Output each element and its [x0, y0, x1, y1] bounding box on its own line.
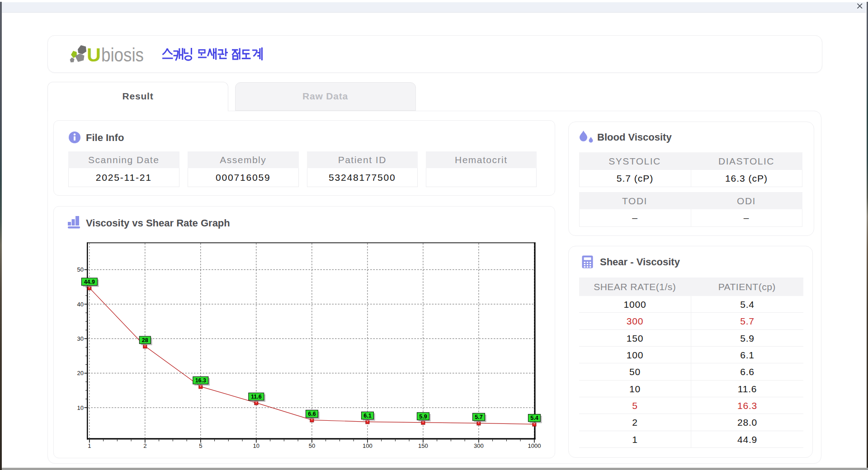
svg-text:28: 28	[142, 337, 148, 343]
svg-text:20: 20	[77, 370, 84, 376]
svg-text:50: 50	[309, 442, 315, 449]
svg-text:6.6: 6.6	[308, 411, 316, 417]
svg-text:6.1: 6.1	[363, 413, 371, 419]
svg-text:10: 10	[253, 442, 259, 449]
svg-text:2: 2	[143, 442, 146, 449]
svg-text:5: 5	[199, 442, 202, 449]
svg-text:5.9: 5.9	[419, 414, 427, 420]
svg-text:44.9: 44.9	[84, 279, 95, 285]
svg-text:50: 50	[77, 266, 84, 273]
svg-text:300: 300	[474, 442, 484, 449]
svg-text:100: 100	[363, 442, 373, 449]
svg-text:30: 30	[77, 335, 84, 342]
svg-text:11.6: 11.6	[251, 394, 262, 400]
svg-text:16.3: 16.3	[195, 377, 206, 384]
svg-text:5.7: 5.7	[475, 414, 482, 420]
svg-text:10: 10	[77, 404, 84, 411]
svg-text:1000: 1000	[528, 442, 541, 449]
svg-text:40: 40	[77, 301, 84, 308]
svg-text:150: 150	[418, 442, 428, 449]
svg-text:1: 1	[88, 442, 91, 449]
svg-text:5.4: 5.4	[530, 415, 538, 421]
